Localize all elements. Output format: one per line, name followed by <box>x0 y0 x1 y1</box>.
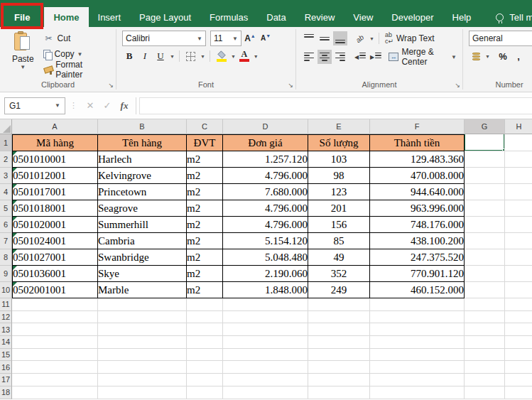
row-header-4[interactable]: 4 <box>0 184 12 200</box>
cell-E11[interactable] <box>308 298 370 311</box>
align-top-button[interactable] <box>302 31 316 45</box>
cell-A9[interactable]: 0501036001 <box>12 266 98 282</box>
cell-A7[interactable]: 0501024001 <box>12 233 98 249</box>
alignment-dialog-launcher-icon[interactable]: ↘ <box>455 82 460 89</box>
cell-B1[interactable]: Tên hàng <box>98 134 187 151</box>
fill-handle[interactable] <box>502 148 505 151</box>
cell-A16[interactable] <box>12 361 98 374</box>
cell-D17[interactable] <box>223 374 308 387</box>
cell-B18[interactable] <box>98 387 187 399</box>
cell-D13[interactable] <box>223 323 308 336</box>
cell-G18[interactable] <box>465 387 505 399</box>
cell-C2[interactable]: m2 <box>187 151 223 168</box>
row-header-1[interactable]: 1 <box>0 134 12 151</box>
cell-E14[interactable] <box>308 336 370 349</box>
cell-H2[interactable] <box>505 151 532 168</box>
bold-button[interactable]: B <box>122 49 136 63</box>
column-header-H[interactable]: H <box>505 119 532 134</box>
cell-F7[interactable]: 438.100.200 <box>370 233 465 249</box>
row-header-6[interactable]: 6 <box>0 217 12 233</box>
cell-D8[interactable]: 5.048.480 <box>223 249 308 266</box>
cell-A3[interactable]: 0501012001 <box>12 168 98 184</box>
underline-dropdown-arrow[interactable]: ▼ <box>170 54 175 59</box>
cell-B2[interactable]: Harlech <box>98 151 187 168</box>
cell-E16[interactable] <box>308 361 370 374</box>
cell-A1[interactable]: Mã hàng <box>12 134 98 151</box>
cell-C9[interactable]: m2 <box>187 266 223 282</box>
cell-C11[interactable] <box>187 298 223 311</box>
cell-C4[interactable]: m2 <box>187 184 223 200</box>
cell-B3[interactable]: Kelvingrove <box>98 168 187 184</box>
cell-B8[interactable]: Swanbridge <box>98 249 187 266</box>
column-header-B[interactable]: B <box>98 119 187 134</box>
cell-H12[interactable] <box>505 311 532 324</box>
tab-page-layout[interactable]: Page Layout <box>130 7 200 27</box>
cell-G8[interactable] <box>465 249 505 266</box>
tell-me-box[interactable]: Tell me what <box>496 7 532 27</box>
cell-B4[interactable]: Princetown <box>98 184 187 200</box>
cell-H8[interactable] <box>505 249 532 266</box>
format-painter-button[interactable]: Format Painter <box>42 62 112 77</box>
clipboard-dialog-launcher-icon[interactable]: ↘ <box>108 82 114 89</box>
cell-E18[interactable] <box>308 387 370 399</box>
cell-D4[interactable]: 7.680.000 <box>223 184 308 200</box>
select-all-corner[interactable] <box>0 119 12 134</box>
cell-A13[interactable] <box>12 323 98 336</box>
cell-C12[interactable] <box>187 311 223 324</box>
cell-A4[interactable]: 0501017001 <box>12 184 98 200</box>
cell-D6[interactable]: 4.796.000 <box>223 217 308 233</box>
percent-style-button[interactable]: % <box>496 49 510 63</box>
cell-D9[interactable]: 2.190.060 <box>223 266 308 282</box>
cell-H18[interactable] <box>505 387 532 399</box>
column-header-F[interactable]: F <box>370 119 465 134</box>
cell-F2[interactable]: 129.483.360 <box>370 151 465 168</box>
cell-B9[interactable]: Skye <box>98 266 187 282</box>
cell-F17[interactable] <box>370 374 465 387</box>
cell-E17[interactable] <box>308 374 370 387</box>
comma-style-button[interactable]: , <box>511 49 526 63</box>
row-header-5[interactable]: 5 <box>0 200 12 217</box>
column-header-E[interactable]: E <box>308 119 370 134</box>
tab-home[interactable]: Home <box>44 7 88 27</box>
cell-E12[interactable] <box>308 311 370 324</box>
cell-A5[interactable]: 0501018001 <box>12 200 98 217</box>
cell-A14[interactable] <box>12 336 98 349</box>
cell-G7[interactable] <box>465 233 505 249</box>
column-header-C[interactable]: C <box>187 119 223 134</box>
column-header-G[interactable]: G <box>465 119 505 134</box>
cancel-button[interactable]: ✕ <box>82 97 99 114</box>
italic-button[interactable]: I <box>138 49 152 63</box>
cell-F3[interactable]: 470.008.000 <box>370 168 465 184</box>
cell-E3[interactable]: 98 <box>308 168 370 184</box>
align-left-button[interactable] <box>302 50 316 64</box>
cell-C6[interactable]: m2 <box>187 217 223 233</box>
cell-G11[interactable] <box>465 298 505 311</box>
cell-H6[interactable] <box>505 217 532 233</box>
active-cell-G1[interactable] <box>465 134 505 151</box>
align-center-button[interactable] <box>317 50 332 64</box>
cell-D2[interactable]: 1.257.120 <box>223 151 308 168</box>
cell-D3[interactable]: 4.796.000 <box>223 168 308 184</box>
cell-B7[interactable]: Cambria <box>98 233 187 249</box>
fill-color-button[interactable] <box>215 49 229 63</box>
cell-D15[interactable] <box>223 349 308 362</box>
font-size-combobox[interactable]: 11▼ <box>210 31 241 46</box>
borders-button[interactable] <box>184 49 198 63</box>
cell-E4[interactable]: 123 <box>308 184 370 200</box>
cell-G6[interactable] <box>465 217 505 233</box>
cell-B12[interactable] <box>98 311 187 324</box>
cell-E6[interactable]: 156 <box>308 217 370 233</box>
cell-A11[interactable] <box>12 298 98 311</box>
cell-B5[interactable]: Seagrove <box>98 200 187 217</box>
row-header-8[interactable]: 8 <box>0 249 12 266</box>
cell-F16[interactable] <box>370 361 465 374</box>
cell-G2[interactable] <box>465 151 505 168</box>
cell-E15[interactable] <box>308 349 370 362</box>
name-box-dropdown-arrow[interactable]: ▼ <box>55 102 60 109</box>
cell-G13[interactable] <box>465 323 505 336</box>
cell-E2[interactable]: 103 <box>308 151 370 168</box>
cell-E9[interactable]: 352 <box>308 266 370 282</box>
cell-D5[interactable]: 4.796.000 <box>223 200 308 217</box>
cell-C3[interactable]: m2 <box>187 168 223 184</box>
cell-C7[interactable]: m2 <box>187 233 223 249</box>
